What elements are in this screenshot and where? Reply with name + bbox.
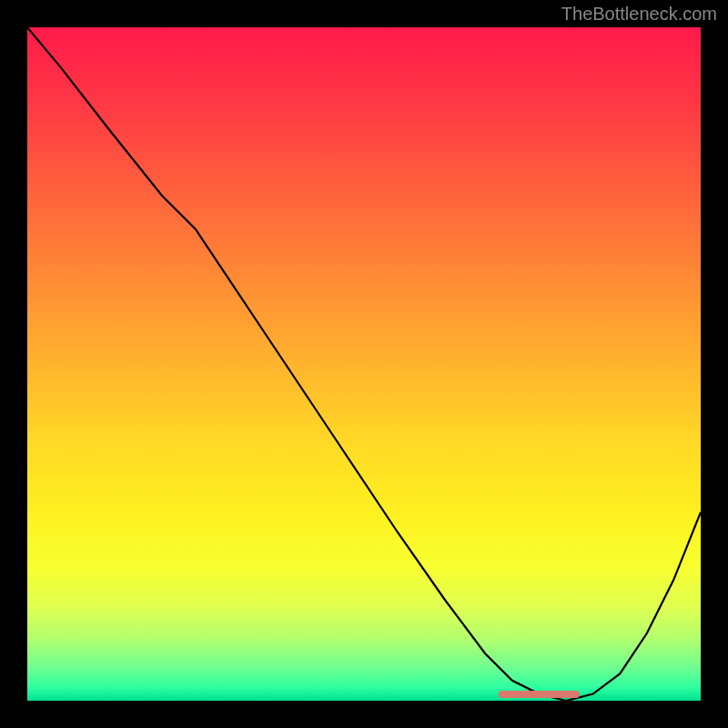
optimum-marker xyxy=(499,691,580,698)
bottleneck-curve xyxy=(27,27,701,701)
watermark-text: TheBottleneck.com xyxy=(561,4,717,25)
